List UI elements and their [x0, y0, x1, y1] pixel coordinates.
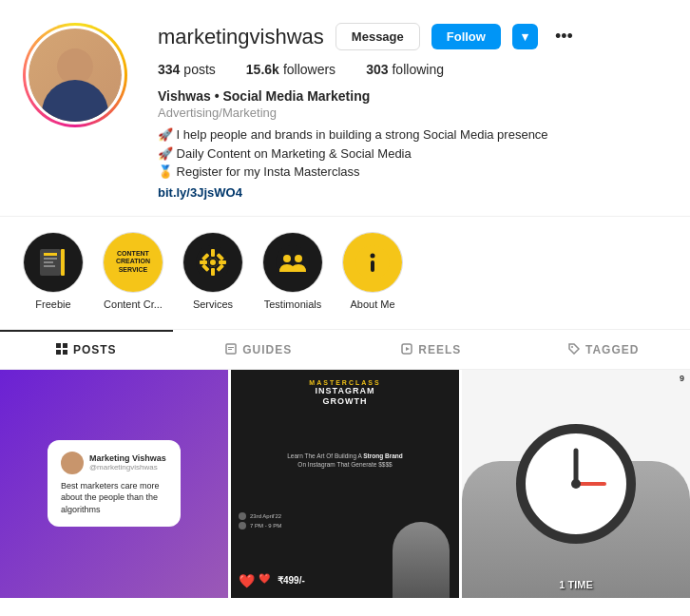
svg-point-22 [371, 253, 375, 258]
highlight-freebie[interactable]: Freebie [23, 232, 84, 310]
chat-name: Marketing Vishwas [89, 453, 166, 463]
svg-point-37 [571, 479, 581, 489]
avatar-ring [23, 23, 127, 127]
post3-overlay-text: 1 TIME [559, 579, 592, 590]
more-options-button[interactable]: ••• [549, 23, 579, 50]
profile-top-row: marketingvishwas Message Follow ▾ ••• [158, 23, 667, 50]
masterclass-date-row: 23rd April'22 [239, 512, 451, 520]
freebie-icon [24, 233, 83, 292]
masterclass-time: 7 PM - 9 PM [250, 523, 281, 529]
svg-rect-30 [228, 349, 232, 350]
svg-rect-26 [56, 350, 61, 355]
tab-guides[interactable]: GUIDES [173, 330, 346, 369]
profile-section: marketingvishwas Message Follow ▾ ••• 33… [0, 0, 690, 216]
highlight-circle-testimonials [262, 232, 323, 293]
avatar [29, 28, 122, 123]
highlight-services[interactable]: Services [182, 232, 243, 310]
avatar-inner [26, 26, 125, 125]
chat-bubble: Marketing Vishwas @marketingvishwas Best… [48, 440, 181, 528]
follow-button[interactable]: Follow [431, 24, 501, 49]
aboutme-icon [343, 233, 402, 292]
following-stat[interactable]: 303 following [366, 62, 444, 77]
highlight-circle-freebie [23, 232, 84, 293]
highlight-circle-services [182, 232, 243, 293]
reels-icon [401, 343, 412, 357]
profile-info: marketingvishwas Message Follow ▾ ••• 33… [158, 23, 667, 201]
testimonials-icon [263, 233, 322, 292]
masterclass-price: ₹499/- [278, 575, 305, 586]
svg-rect-5 [61, 249, 65, 276]
svg-rect-8 [211, 249, 215, 257]
masterclass-description: Learn The Art Of Building A Strong Brand… [287, 452, 403, 469]
tab-tagged-label: TAGGED [585, 343, 639, 356]
svg-rect-1 [44, 253, 57, 256]
highlight-circle-aboutme [342, 232, 403, 293]
svg-rect-9 [211, 268, 215, 276]
highlights-section: Freebie CONTENTCREATIONSERVICE Content C… [0, 216, 690, 329]
posts-label: posts [183, 62, 215, 77]
followers-label: followers [283, 62, 335, 77]
stats-row: 334 posts 15.6k followers 303 following [158, 62, 667, 77]
svg-point-19 [283, 255, 291, 262]
avatar-wrapper[interactable] [23, 23, 127, 127]
svg-rect-3 [44, 261, 53, 263]
masterclass-ig-growth: InstagramGrowth [239, 386, 451, 408]
bio-line-3: 🏅 Register for my Insta Masterclass [158, 163, 667, 182]
content-icon: CONTENTCREATIONSERVICE [104, 233, 163, 292]
tab-posts[interactable]: POSTS [0, 330, 173, 369]
person-silhouette [393, 522, 450, 598]
svg-rect-10 [200, 260, 207, 264]
tab-reels-label: REELS [418, 343, 461, 356]
profile-link[interactable]: bit.ly/3JjsWO4 [158, 185, 242, 200]
svg-marker-32 [406, 347, 410, 351]
calendar-icon [239, 512, 246, 520]
highlight-label-freebie: Freebie [35, 298, 70, 310]
following-label: following [392, 62, 443, 77]
follow-dropdown-button[interactable]: ▾ [512, 24, 538, 49]
highlight-aboutme[interactable]: About Me [342, 232, 403, 310]
clock-icon [239, 522, 246, 529]
svg-rect-25 [63, 343, 67, 348]
svg-point-18 [276, 245, 310, 279]
post-2[interactable]: MASTERCLASS InstagramGrowth Learn The Ar… [231, 370, 459, 598]
tab-reels[interactable]: REELS [345, 330, 518, 369]
masterclass-subtitle: MASTERCLASS [239, 379, 451, 386]
post-1[interactable]: Marketing Vishwas @marketingvishwas Best… [0, 370, 228, 598]
tab-guides-label: GUIDES [242, 343, 292, 356]
chat-user-info: Marketing Vishwas @marketingvishwas [89, 453, 166, 472]
post-3[interactable]: 9 1 TIME [462, 370, 690, 598]
tab-tagged[interactable]: TAGGED [518, 330, 691, 369]
svg-point-20 [295, 255, 302, 262]
svg-rect-27 [63, 350, 67, 355]
svg-point-33 [571, 346, 573, 348]
posts-stat: 334 posts [158, 62, 216, 77]
services-icon [183, 233, 242, 292]
bio-text-3: 🏅 Register for my Insta Masterclass [158, 163, 360, 182]
chat-avatar [61, 452, 84, 474]
bio-text-1: 🚀 I help people and brands in building a… [158, 125, 548, 144]
masterclass-date: 23rd April'22 [250, 513, 281, 519]
highlight-label-services: Services [193, 298, 233, 310]
like-hearts: ❤️ ❤️ [239, 573, 270, 588]
svg-point-17 [210, 260, 216, 265]
svg-rect-4 [44, 265, 55, 267]
highlight-content[interactable]: CONTENTCREATIONSERVICE Content Cr... [103, 232, 163, 310]
posts-count: 334 [158, 62, 180, 77]
svg-rect-23 [371, 260, 374, 272]
message-button[interactable]: Message [335, 23, 420, 50]
post-badge: 9 [680, 374, 684, 383]
posts-grid: Marketing Vishwas @marketingvishwas Best… [0, 370, 690, 598]
tag-icon [568, 343, 580, 357]
username: marketingvishwas [158, 25, 324, 49]
followers-count: 15.6k [246, 62, 279, 77]
highlight-circle-content: CONTENTCREATIONSERVICE [103, 232, 163, 293]
tabs-row: POSTS GUIDES REELS TAGGED [0, 329, 690, 370]
highlight-label-content: Content Cr... [104, 298, 163, 310]
guide-icon [225, 343, 237, 357]
chat-handle: @marketingvishwas [89, 463, 166, 472]
chat-text: Best marketers care more about the peopl… [61, 480, 167, 516]
highlight-label-aboutme: About Me [350, 298, 394, 310]
followers-stat[interactable]: 15.6k followers [246, 62, 335, 77]
highlight-label-testimonials: Testimonials [264, 298, 322, 310]
highlight-testimonials[interactable]: Testimonials [262, 232, 323, 310]
